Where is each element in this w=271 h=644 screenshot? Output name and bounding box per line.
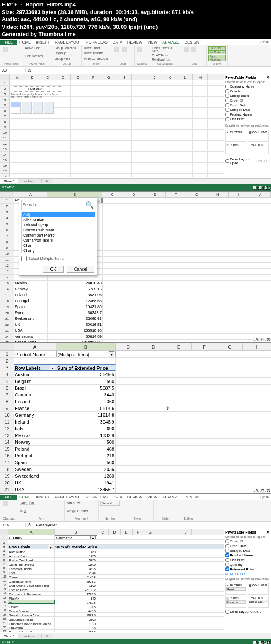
table-row: 18Sweden2036 [0, 466, 271, 473]
tab-file[interactable]: FILE [0, 40, 17, 45]
formula-input[interactable]: Fløtemysost [34, 523, 271, 527]
table-row: 23Guaraná Fantástica400.5 [0, 630, 224, 632]
table-row: 18Portugal12468.65 [0, 298, 271, 304]
table-row: 11Ireland3046.9 [0, 418, 271, 425]
table-row: 23USA263518.98 [0, 328, 271, 334]
ok-button[interactable]: OK [43, 266, 63, 273]
new-sheet[interactable]: ⊕ [42, 179, 52, 183]
table-row: 9France10514.6 [0, 405, 271, 412]
close-icon[interactable]: ✕ [266, 75, 270, 80]
field-checkbox[interactable]: Product Name [225, 112, 270, 117]
field-checkbox[interactable]: Shipped Date [225, 548, 270, 553]
buttons-btn[interactable]: +/- Buttons [208, 50, 226, 54]
tab-pagelayout[interactable]: PAGE LAYOUT [53, 40, 84, 45]
table-row: 10Germany11614.8 [0, 412, 271, 418]
table-row: 15Filo Mix140 [0, 596, 224, 600]
active-field: Active Field: [24, 46, 50, 50]
table-row: 20Gorgonzola Telino2805 [0, 617, 224, 621]
table-row: 15Poland488 [0, 446, 271, 452]
table-row: 11Chartreuse verte2923.2 [0, 579, 224, 583]
table-row: 5Aniseed Syrup1150 [0, 553, 224, 558]
tab-formulas[interactable]: FORMULAS [84, 40, 110, 45]
pivottable-placeholder: PivotTable1 To build a report, choose fi… [11, 86, 61, 114]
tab-analyze[interactable]: ANALYZE [160, 40, 182, 45]
field-checkbox[interactable]: Extended Price [225, 567, 270, 572]
field-checkbox[interactable]: Salesperson [225, 94, 270, 98]
sheet-tab-1[interactable]: Sheet1 [0, 179, 18, 183]
thumbnail-2: A B C D E F G H I J 1 Product Name (All)… [0, 191, 271, 343]
table-row: 19Switzerland1280 [0, 473, 271, 479]
table-row: 21Grandma's Boysenberry Spread1020 [0, 621, 224, 625]
table-row: 17Poland3531.95 [0, 292, 271, 298]
dropdown-item[interactable]: Aniseed Syrup [22, 223, 95, 228]
thumbnail-1: FILE HOME INSERT PAGE LAYOUT FORMULAS DA… [0, 39, 271, 191]
field-checkbox[interactable]: Unit Price [225, 117, 270, 121]
thumbnail-3: A B C D E F G H 1 Product Name (Multiple… [0, 343, 271, 494]
field-checkbox[interactable]: Product Name [225, 553, 270, 558]
dropdown-icon: ▼ [109, 351, 114, 357]
field-checkbox[interactable]: Quantity [225, 562, 270, 567]
dropdown-item[interactable]: Camembert Pierrot [22, 233, 95, 238]
table-row: 8Carnarvon Tigers4625 [0, 566, 224, 570]
table-row: 20UK1941 [0, 479, 271, 486]
thumbnail-4: FILE HOME INSERT PAGE LAYOUT FORMULAS DA… [0, 494, 271, 644]
table-row: 14Escargots de Bourgogne1722.5 [0, 592, 224, 596]
table-row: 19Gnocchi di nonna Alice2097.6 [0, 613, 224, 617]
table-row: 21USA13458.7 [0, 486, 271, 493]
tab-insert[interactable]: INSERT [33, 40, 53, 45]
search-input[interactable]: 🔍 [21, 200, 95, 210]
table-row: 13Côte de Blaye45133.2 [0, 587, 224, 592]
dropdown-item[interactable]: Chang [22, 248, 95, 253]
dropdown-item[interactable]: Boston Crab Meat [22, 228, 95, 233]
filter-dropdown: 🔍 (All)Alice MuttonAniseed SyrupBoston C… [19, 198, 97, 276]
field-settings[interactable]: Field Settings [24, 54, 50, 58]
table-row: 6Boston Crab Meat5756 [0, 558, 224, 562]
field-checkbox[interactable]: Order Date [225, 544, 270, 548]
tab-data[interactable]: DATA [110, 40, 125, 45]
table-row: 15Mexico24070.40 [0, 281, 271, 286]
table-row: 17Spain560 [0, 459, 271, 466]
field-checkbox[interactable]: Country [225, 89, 270, 94]
dropdown-item[interactable]: Alice Mutton [22, 217, 95, 223]
filter-value[interactable]: (Multiple Items)▼ [56, 351, 116, 357]
table-row: 17Geitost205 [0, 604, 224, 608]
field-checkbox[interactable]: Unit Price [225, 558, 270, 562]
tab-design[interactable]: DESIGN [182, 40, 202, 45]
field-checkbox[interactable]: Order Date [225, 103, 270, 107]
table-row: 8Finland360 [0, 398, 271, 405]
cursor-cross-icon: ✢ [166, 406, 169, 410]
table-row: 20Sweden60348.7 [0, 310, 271, 316]
field-checkbox[interactable]: Order ID [225, 98, 270, 103]
field-checkbox[interactable]: Company Name [225, 84, 270, 89]
pivottable-fields-pane: PivotTable Fields✕ Choose fields to add … [224, 74, 271, 177]
field-checkbox[interactable]: Shipped Date [225, 107, 270, 112]
close-icon[interactable]: ✕ [266, 530, 270, 534]
table-row: 13Mexico1332.8 [0, 432, 271, 439]
tab-view[interactable]: VIEW [145, 40, 160, 45]
fx-icon[interactable]: fx [26, 68, 34, 72]
dropdown-item[interactable]: (All) [22, 212, 95, 217]
tab-review[interactable]: REVIEW [125, 40, 145, 45]
table-row: 5Belgium560 [0, 378, 271, 385]
field-list-btn[interactable]: Field List [208, 46, 226, 50]
name-box[interactable]: A16 [0, 523, 26, 527]
table-row: 12Italy690 [0, 425, 271, 432]
name-box[interactable]: A3 [0, 68, 26, 72]
cancel-button[interactable]: Cancel [67, 266, 94, 273]
dropdown-item[interactable]: Carnarvon Tigers [22, 238, 95, 243]
sheet-tab-2[interactable]: Invoices ... [18, 179, 41, 183]
table-row: 22Gravad lax1326 [0, 625, 224, 630]
field-headers-btn[interactable]: Field Headers [208, 55, 226, 61]
field-checkbox[interactable]: Order ID [225, 539, 270, 544]
table-row: 16Fløtemysost3762.5 [0, 600, 224, 604]
table-row: 19Spain19431.89 [0, 304, 271, 310]
table-row: 7Canada3440 [0, 391, 271, 398]
table-row: 6Brazil5087.5 [0, 385, 271, 391]
table-row: 25Grand Total1354237.35 [0, 340, 271, 342]
search-icon: 🔍 [86, 201, 94, 209]
fx-icon[interactable]: fx [26, 523, 34, 527]
signin-link[interactable]: Sign in [259, 40, 271, 44]
dropdown-item[interactable]: Chai [22, 243, 95, 248]
table-row: 10Chang4145.8 [0, 575, 224, 579]
tab-home[interactable]: HOME [17, 40, 33, 45]
